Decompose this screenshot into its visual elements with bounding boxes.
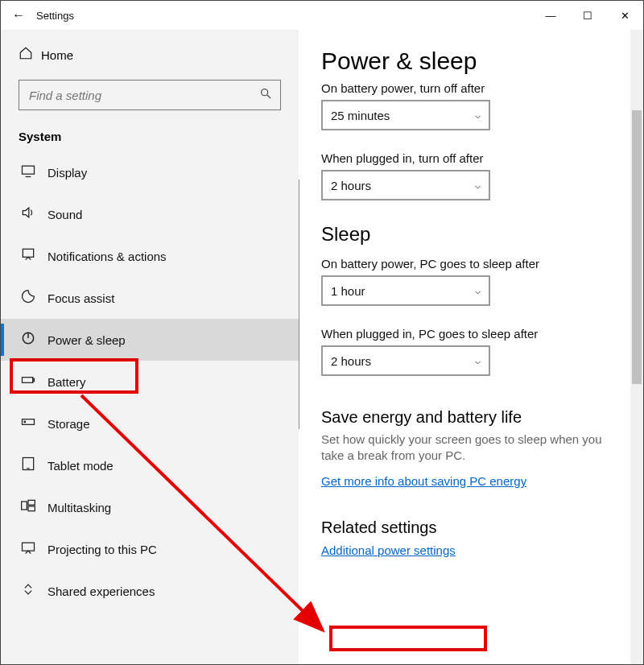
pane-divider [299,180,299,429]
tablet-icon [20,456,47,476]
sleep-battery-select[interactable]: 1 hour ⌵ [321,275,490,306]
screen-battery-value: 25 minutes [331,109,390,122]
sleep-battery-value: 1 hour [331,284,365,298]
search-input[interactable] [27,88,259,103]
svg-rect-13 [22,502,27,510]
sidebar-item-multitasking[interactable]: Multitasking [1,486,299,528]
shared-experiences-icon [20,581,47,601]
search-icon [259,87,272,103]
sidebar-item-focus-assist[interactable]: Focus assist [1,277,299,319]
close-button[interactable]: ✕ [606,1,643,30]
screen-battery-label: On battery power, turn off after [321,81,621,95]
focus-assist-icon [20,288,47,308]
sidebar-item-projecting[interactable]: Projecting to this PC [1,528,299,570]
battery-icon [20,372,47,392]
sleep-heading: Sleep [321,223,621,246]
storage-icon [20,414,47,434]
screen-plugged-value: 2 hours [331,179,371,192]
sidebar-item-label: Tablet mode [47,459,114,473]
sidebar-item-label: Multitasking [47,501,111,514]
sidebar-item-display[interactable]: Display [1,151,299,193]
svg-rect-2 [23,166,35,174]
sidebar-item-label: Storage [47,417,90,431]
sleep-battery-label: On battery power, PC goes to sleep after [321,257,621,271]
sleep-plugged-value: 2 hours [331,354,371,368]
sleep-plugged-select[interactable]: 2 hours ⌵ [321,345,490,376]
energy-help-text: Set how quickly your screen goes to slee… [321,432,621,465]
sleep-plugged-label: When plugged in, PC goes to sleep after [321,327,621,341]
sidebar-item-battery[interactable]: Battery [1,361,299,403]
sidebar-item-label: Focus assist [47,291,114,305]
sidebar-home[interactable]: Home [1,30,299,72]
sidebar-section-label: System [1,118,299,151]
sidebar-item-shared-experiences[interactable]: Shared experiences [1,570,299,612]
screen-plugged-label: When plugged in, turn off after [321,151,621,165]
screen-plugged-select[interactable]: 2 hours ⌵ [321,170,490,200]
sidebar-item-label: Display [47,166,87,180]
svg-point-10 [24,421,26,423]
chevron-down-icon: ⌵ [475,109,481,121]
svg-rect-14 [28,500,35,505]
sidebar-item-notifications[interactable]: Notifications & actions [1,235,299,277]
svg-rect-15 [28,506,35,510]
back-button[interactable]: ← [1,8,36,23]
svg-rect-4 [23,249,33,257]
sidebar-item-tablet-mode[interactable]: Tablet mode [1,444,299,486]
main-scrollbar[interactable] [630,30,643,664]
search-input-wrapper[interactable] [19,80,281,110]
svg-line-1 [267,95,270,98]
sidebar-item-label: Sound [47,208,82,221]
scrollbar-thumb[interactable] [632,110,642,384]
sidebar-item-label: Power & sleep [47,333,126,347]
power-icon [20,330,47,350]
maximize-button[interactable]: ☐ [569,1,606,30]
window-title: Settings [36,10,74,22]
multitasking-icon [20,498,47,518]
sidebar-item-power-sleep[interactable]: Power & sleep [1,319,299,361]
svg-point-0 [262,89,268,96]
sidebar-item-sound[interactable]: Sound [1,193,299,235]
svg-rect-8 [33,378,35,381]
additional-power-settings-link[interactable]: Additional power settings [321,543,456,557]
sidebar-item-label: Shared experiences [47,584,155,598]
chevron-down-icon: ⌵ [475,285,481,296]
chevron-down-icon: ⌵ [475,355,481,366]
energy-info-link[interactable]: Get more info about saving PC energy [321,474,526,488]
home-icon [19,46,41,64]
sound-icon [20,204,47,225]
chevron-down-icon: ⌵ [475,180,481,191]
sidebar-item-label: Battery [47,375,86,389]
svg-rect-7 [23,377,33,382]
sidebar-item-label: Notifications & actions [47,250,167,263]
screen-battery-select[interactable]: 25 minutes ⌵ [321,100,490,130]
energy-heading: Save energy and battery life [321,408,621,427]
page-title: Power & sleep [321,48,621,75]
display-icon [20,163,47,183]
svg-rect-16 [23,543,35,551]
related-heading: Related settings [321,518,621,537]
minimize-button[interactable]: — [532,1,569,30]
notifications-icon [20,246,47,266]
sidebar-item-label: Projecting to this PC [47,543,157,556]
sidebar-home-label: Home [41,48,73,62]
sidebar-item-storage[interactable]: Storage [1,403,299,444]
projecting-icon [20,539,47,560]
